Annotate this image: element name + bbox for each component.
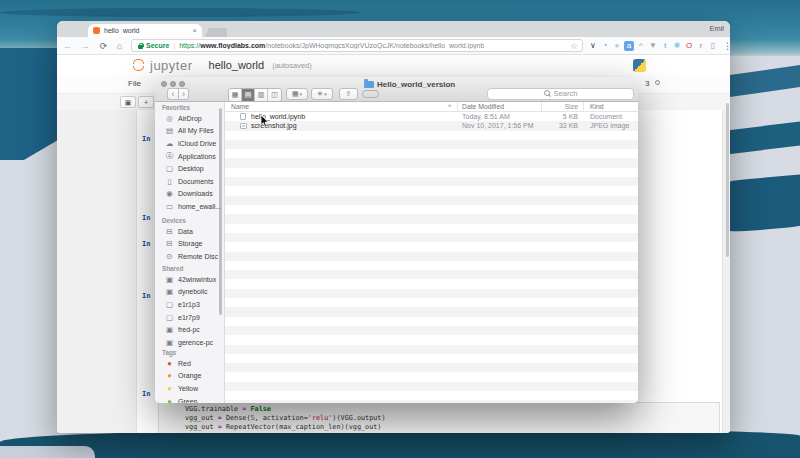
translate-icon[interactable]: a (624, 41, 634, 51)
jupyter-header: jupyter hello_world (autosaved) (57, 55, 730, 75)
sidebar-item-e1r7p9[interactable]: ▢e1r7p9 (155, 311, 224, 324)
coverflow-view[interactable]: ◫ (268, 89, 281, 101)
finder-window: Hello_world_version ‹ › ▦▤▥◫ ▦ ▾ ✳ ▾ ⇧ S… (155, 77, 638, 403)
sidebar-item-applications[interactable]: ⒶApplications (155, 150, 224, 163)
wifi-icon[interactable]: ▼ (648, 41, 658, 51)
sidebar-item-label: e1r7p9 (178, 314, 200, 321)
column-header-size[interactable]: Size (541, 103, 578, 110)
back-icon[interactable]: ← (62, 41, 73, 51)
sidebar-item-yellow[interactable]: ●Yellow (155, 382, 224, 395)
chevron-down-icon: ▾ (300, 91, 303, 97)
browser-tab[interactable]: hello_world × (88, 24, 202, 37)
applications-icon: Ⓐ (165, 151, 174, 161)
save-button[interactable]: ▣ (120, 96, 136, 108)
column-view[interactable]: ▥ (255, 89, 268, 101)
sidebar-item-downloads[interactable]: ◉Downloads (155, 188, 224, 201)
sidebar-item-label: Green (178, 398, 197, 403)
display-icon: ▢ (165, 313, 174, 322)
inactive-extension-icon[interactable]: ● (612, 41, 622, 51)
code-cell[interactable]: VGG.trainable = Falsevgg_out = Dense(5, … (158, 402, 720, 433)
icon-view[interactable]: ▦ (229, 89, 242, 101)
new-tab-button[interactable] (205, 28, 227, 37)
search-placeholder: Search (554, 89, 578, 98)
sidebar-item-label: Remote Disc (178, 253, 218, 260)
secure-label: Secure (146, 42, 169, 49)
finder-close-button[interactable] (161, 81, 167, 87)
share-button[interactable]: ⇧ (339, 88, 358, 100)
sidebar-item-42winwintux[interactable]: ▣42winwintux (155, 273, 224, 286)
file-list-body: hello_world.ipynbToday, 8:51 AM5 KBDocum… (225, 112, 638, 403)
sidebar-item-airdrop[interactable]: ◎AirDrop (155, 112, 224, 125)
sidebar-item-label: Applications (178, 153, 216, 160)
column-divider[interactable] (457, 102, 458, 111)
finder-minimize-button[interactable] (170, 81, 176, 87)
search-field[interactable]: Search (487, 88, 634, 100)
bookmark-star-icon[interactable]: ☆ (570, 41, 578, 51)
view-segmented-control: ▦▤▥◫ (228, 88, 282, 102)
forward-icon[interactable]: → (80, 41, 91, 51)
opera-icon[interactable]: O (684, 41, 694, 51)
reload-icon[interactable]: ⟳ (98, 41, 109, 51)
column-header-name[interactable]: Name (231, 103, 249, 110)
computer-icon: ▣ (165, 338, 174, 347)
page-scrollbar[interactable] (726, 103, 729, 257)
finder-back-button[interactable]: ‹ (167, 88, 178, 100)
sidebar-section-tags: Tags●Red●Orange●Yellow●Green (155, 347, 224, 403)
history-clock-icon[interactable]: ◔ (600, 41, 610, 51)
address-bar[interactable]: Secure | https://www.floydlabs.com/noteb… (131, 39, 583, 52)
document-file-icon (240, 113, 246, 120)
file-list-header: Name ^ Date Modified Size Kind (225, 102, 638, 112)
twitter-icon[interactable]: t (660, 41, 670, 51)
sidebar-item-icloud-drive[interactable]: ☁iCloud Drive (155, 137, 224, 150)
sidebar-item-documents[interactable]: ▯Documents (155, 175, 224, 188)
file-row-hello-world-ipynb[interactable]: hello_world.ipynbToday, 8:51 AM5 KBDocum… (225, 112, 638, 121)
drive-icon: ⊟ (165, 239, 174, 248)
pocket-icon[interactable]: ∨ (588, 41, 598, 51)
snowflake-icon[interactable]: ❄ (672, 41, 682, 51)
page-extension-icon[interactable]: ▯ (708, 41, 718, 51)
sidebar-item-all-my-files[interactable]: ▤All My Files (155, 125, 224, 138)
autosave-status: (autosaved) (272, 61, 312, 70)
cell-prompt: In (142, 214, 150, 222)
tag-icon: ● (165, 384, 174, 393)
list-view[interactable]: ▤ (242, 89, 255, 101)
sidebar-item-storage[interactable]: ⊟Storage (155, 238, 224, 251)
jupyter-logo-text[interactable]: jupyter (150, 58, 193, 73)
sidebar-item-e1r1p3[interactable]: ▢e1r1p3 (155, 298, 224, 311)
sidebar-item-green[interactable]: ●Green (155, 395, 224, 403)
finder-zoom-button[interactable] (179, 81, 185, 87)
menu-file[interactable]: File (128, 79, 141, 88)
sidebar-item-desktop[interactable]: ▢Desktop (155, 162, 224, 175)
tab-close-icon[interactable]: × (192, 24, 197, 37)
sidebar-item-label: Downloads (178, 190, 213, 197)
sidebar-item-dynebolic[interactable]: ▣dynebolic (155, 286, 224, 299)
sidebar-item-data[interactable]: ⊟Data (155, 225, 224, 238)
wallpaper-corner (0, 446, 95, 458)
add-cell-button[interactable]: + (138, 96, 154, 108)
home-icon[interactable]: ⌂ (114, 41, 125, 51)
column-header-date[interactable]: Date Modified (462, 103, 504, 110)
column-header-kind[interactable]: Kind (590, 103, 604, 110)
browser-menu-icon[interactable]: ⋮ (723, 41, 730, 51)
sidebar-item-fred-pc[interactable]: ▣fred-pc (155, 323, 224, 336)
sidebar-item-orange[interactable]: ●Orange (155, 370, 224, 383)
tags-button[interactable] (362, 90, 379, 98)
sidebar-item-red[interactable]: ●Red (155, 357, 224, 370)
notebook-title[interactable]: hello_world (209, 59, 265, 71)
column-divider[interactable] (583, 102, 584, 111)
finder-window-title: Hello_world_version (377, 80, 455, 89)
sidebar-item-home-ewall-[interactable]: ▭home_ewall... (155, 200, 224, 213)
sidebar-item-remote-disc[interactable]: ⊙Remote Disc (155, 250, 224, 263)
vpn-caret-icon[interactable]: ^ (636, 41, 646, 51)
secure-lock-icon (138, 43, 143, 49)
profile-name[interactable]: Emil (709, 21, 724, 37)
cell-prompt: In (142, 135, 150, 143)
computer-icon: ▣ (165, 325, 174, 334)
url-text: https://www.floydlabs.com/notebooks/JpWH… (179, 42, 484, 49)
finder-forward-button[interactable]: › (178, 88, 189, 100)
r-extension-icon[interactable]: r (696, 41, 706, 51)
action-gear-button[interactable]: ✳ ▾ (311, 88, 333, 100)
file-row-screenshot-jpg[interactable]: screenshot.jpgNov 10, 2017, 1:56 PM33 KB… (225, 121, 638, 130)
downloads-icon: ◉ (165, 189, 174, 198)
arrange-button[interactable]: ▦ ▾ (286, 88, 308, 100)
